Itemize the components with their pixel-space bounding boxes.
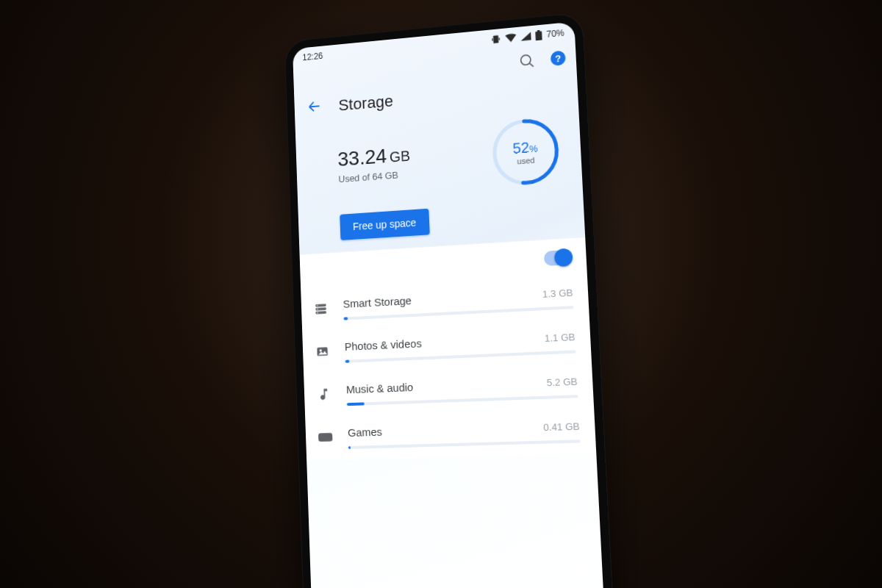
status-right: 70% — [490, 28, 564, 45]
signal-icon — [520, 32, 531, 41]
used-unit: GB — [390, 148, 411, 165]
photos-icon — [314, 343, 331, 361]
battery-icon — [535, 30, 542, 41]
status-time: 12:26 — [302, 51, 323, 62]
usage-ring: 52% used — [487, 112, 564, 191]
battery-percent: 70% — [546, 28, 564, 40]
storage-icon — [312, 300, 330, 318]
used-of: Used of 64 GB — [338, 168, 411, 184]
category-label: Photos & videos — [345, 337, 423, 353]
page-title: Storage — [338, 92, 393, 115]
category-size: 5.2 GB — [546, 376, 577, 388]
ring-percent-suffix: % — [529, 143, 538, 154]
ring-sublabel: used — [517, 155, 535, 165]
category-bar — [345, 350, 576, 362]
category-label: Smart Storage — [343, 294, 412, 310]
category-size: 1.3 GB — [542, 287, 573, 299]
vibrate-icon — [490, 34, 501, 45]
category-size: 1.1 GB — [545, 331, 576, 344]
search-icon[interactable] — [517, 51, 536, 71]
used-value: 33.24 — [337, 144, 387, 170]
category-bar — [347, 395, 578, 406]
category-label: Music & audio — [346, 381, 414, 395]
svg-rect-0 — [537, 34, 542, 40]
usage-block: 33.24GB Used of 64 GB — [337, 143, 411, 184]
back-button[interactable] — [306, 98, 322, 118]
ring-percent: 52 — [512, 139, 529, 157]
category-bar — [348, 440, 581, 449]
help-icon[interactable]: ? — [551, 50, 566, 66]
free-up-space-button[interactable]: Free up space — [340, 209, 429, 240]
storage-category-list: Smart Storage1.3 GBPhotos & videos1.1 GB… — [301, 274, 596, 460]
category-size: 0.41 GB — [543, 420, 580, 433]
screen: 12:26 70% ? — [293, 21, 605, 588]
category-row[interactable]: Games0.41 GB — [305, 408, 596, 460]
category-label: Games — [348, 426, 382, 439]
wifi-icon — [505, 33, 516, 43]
phone-frame: 12:26 70% ? — [284, 12, 615, 588]
smart-storage-toggle[interactable] — [544, 249, 572, 265]
games-icon — [317, 429, 334, 447]
music-icon — [315, 385, 333, 404]
